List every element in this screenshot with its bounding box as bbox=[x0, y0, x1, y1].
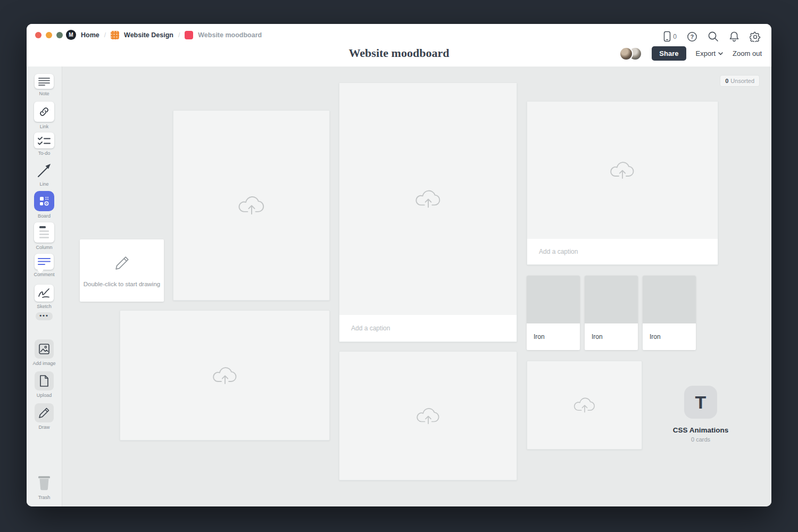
breadcrumb-separator: / bbox=[104, 31, 106, 39]
tool-label: Link bbox=[40, 124, 49, 129]
breadcrumb-project[interactable]: Website Design bbox=[124, 31, 173, 39]
column-icon bbox=[38, 226, 51, 239]
tool-link[interactable]: Link bbox=[27, 102, 62, 129]
tool-more[interactable]: ••• bbox=[27, 312, 62, 320]
toolbar-sidebar: Note Link To-do bbox=[27, 66, 62, 506]
svg-text:?: ? bbox=[691, 33, 694, 39]
cloud-upload-icon bbox=[609, 159, 636, 182]
image-card-with-caption[interactable]: Add a caption bbox=[527, 101, 718, 265]
sketch-icon bbox=[38, 288, 51, 298]
tool-label: Comment bbox=[34, 272, 54, 277]
tool-label: Add image bbox=[32, 361, 55, 366]
app-logo-icon[interactable]: M bbox=[66, 30, 76, 40]
todo-icon bbox=[38, 136, 51, 145]
color-swatch-card[interactable]: Iron bbox=[585, 276, 638, 350]
tool-line[interactable]: Line bbox=[27, 161, 62, 187]
tool-sketch[interactable]: Sketch bbox=[27, 285, 62, 309]
bell-icon bbox=[729, 31, 739, 42]
share-button[interactable]: Share bbox=[652, 46, 686, 61]
swatch-label: Iron bbox=[585, 323, 638, 350]
gear-icon bbox=[750, 31, 761, 42]
nested-board-card[interactable]: T CSS Animations 0 cards bbox=[658, 386, 743, 443]
unsorted-badge[interactable]: 0Unsorted bbox=[720, 75, 760, 87]
chevron-down-icon bbox=[718, 52, 723, 55]
drawing-card[interactable]: Double-click to start drawing bbox=[80, 239, 164, 302]
export-button[interactable]: Export bbox=[696, 49, 724, 57]
board-card-count: 0 cards bbox=[658, 436, 743, 443]
image-upload-placeholder[interactable] bbox=[339, 351, 517, 480]
board-icon bbox=[39, 196, 49, 206]
image-upload-placeholder[interactable] bbox=[120, 310, 330, 440]
moodboard-icon[interactable] bbox=[185, 31, 193, 39]
comment-icon bbox=[38, 257, 51, 266]
tool-draw[interactable]: Draw bbox=[27, 403, 62, 430]
moodboard-canvas[interactable]: 0Unsorted Double-click to start drawing bbox=[62, 66, 771, 506]
question-icon: ? bbox=[687, 31, 697, 42]
minimize-window-button[interactable] bbox=[46, 32, 52, 38]
close-window-button[interactable] bbox=[35, 32, 41, 38]
caption-input[interactable]: Add a caption bbox=[339, 315, 517, 342]
tool-trash[interactable]: Trash bbox=[27, 472, 62, 500]
tool-label: Trash bbox=[38, 495, 51, 500]
cloud-upload-icon bbox=[572, 395, 597, 415]
tool-upload[interactable]: Upload bbox=[27, 371, 62, 398]
tool-comment[interactable]: Comment bbox=[27, 254, 62, 277]
window-controls bbox=[35, 32, 63, 38]
image-upload-area[interactable] bbox=[339, 83, 517, 315]
tool-label: Upload bbox=[37, 393, 52, 398]
tool-board-selected[interactable]: Board bbox=[27, 191, 62, 219]
tool-label: Sketch bbox=[37, 304, 52, 309]
color-swatch-card[interactable]: Iron bbox=[643, 276, 696, 350]
swatch-label: Iron bbox=[643, 323, 696, 350]
image-card-with-caption[interactable]: Add a caption bbox=[339, 82, 517, 342]
swatch-color bbox=[585, 276, 638, 323]
notifications-button[interactable] bbox=[729, 31, 739, 42]
tool-add-image[interactable]: Add image bbox=[27, 339, 62, 366]
zoom-out-button[interactable]: Zoom out bbox=[733, 49, 762, 57]
board-thumbnail-icon: T bbox=[684, 386, 717, 419]
device-count: 0 bbox=[673, 33, 677, 40]
pencil-icon bbox=[38, 407, 50, 419]
document-icon bbox=[39, 375, 49, 387]
tool-note[interactable]: Note bbox=[27, 74, 62, 96]
tool-column[interactable]: Column bbox=[27, 222, 62, 250]
caption-input[interactable]: Add a caption bbox=[527, 239, 718, 264]
tool-label: Draw bbox=[38, 425, 49, 430]
image-upload-placeholder[interactable] bbox=[173, 110, 330, 301]
board-title: CSS Animations bbox=[658, 426, 743, 434]
cloud-upload-icon bbox=[237, 193, 267, 218]
search-button[interactable] bbox=[708, 31, 719, 42]
unsorted-count: 0 bbox=[725, 78, 728, 84]
tool-todo[interactable]: To-do bbox=[27, 132, 62, 156]
cloud-upload-icon bbox=[415, 405, 442, 427]
settings-button[interactable] bbox=[750, 31, 761, 42]
swatch-label: Iron bbox=[527, 323, 580, 350]
content: Note Link To-do bbox=[27, 66, 771, 506]
ellipsis-icon: ••• bbox=[36, 312, 53, 320]
tool-label: Column bbox=[36, 245, 52, 250]
mobile-device-button[interactable]: 0 bbox=[663, 31, 677, 42]
phone-icon bbox=[663, 31, 671, 42]
search-icon bbox=[708, 31, 719, 42]
unsorted-label: Unsorted bbox=[730, 78, 754, 84]
breadcrumb-current: Website moodboard bbox=[198, 31, 262, 39]
color-swatch-card[interactable]: Iron bbox=[527, 276, 580, 350]
drawing-card-label: Double-click to start drawing bbox=[84, 281, 160, 287]
tool-label: Note bbox=[39, 91, 49, 96]
help-button[interactable]: ? bbox=[687, 31, 697, 42]
collaborator-avatars bbox=[619, 47, 642, 61]
image-upload-placeholder[interactable] bbox=[527, 361, 642, 450]
note-icon bbox=[38, 77, 50, 86]
breadcrumb: M Home / Website Design / Website moodbo… bbox=[66, 30, 262, 40]
cloud-upload-icon bbox=[211, 364, 239, 387]
breadcrumb-separator: / bbox=[178, 31, 180, 39]
image-upload-area[interactable] bbox=[527, 102, 718, 239]
maximize-window-button[interactable] bbox=[56, 32, 63, 38]
tool-label: To-do bbox=[38, 151, 51, 156]
cloud-upload-icon bbox=[414, 187, 443, 211]
avatar[interactable] bbox=[619, 47, 633, 61]
breadcrumb-home[interactable]: Home bbox=[81, 31, 99, 39]
swatch-color bbox=[527, 276, 580, 323]
project-board-icon[interactable] bbox=[111, 31, 119, 39]
tool-label: Line bbox=[39, 181, 48, 187]
